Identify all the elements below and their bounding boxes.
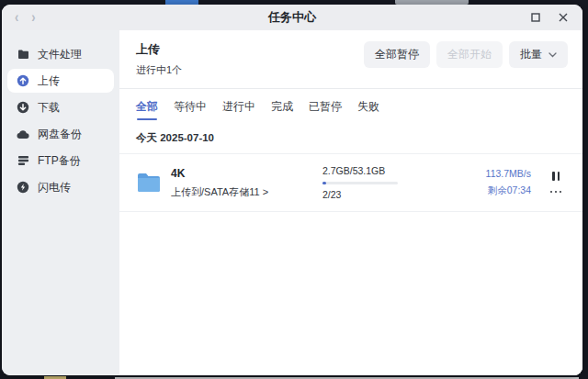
header-actions: 全部暂停 全部开始 批量 xyxy=(364,41,568,68)
ftp-backup-icon xyxy=(17,154,29,167)
task-list-empty-area xyxy=(119,212,582,375)
batch-button-label: 批量 xyxy=(520,47,542,62)
sidebar-item-ftp-backup[interactable]: FTP备份 xyxy=(7,149,114,173)
sidebar-item-label: 网盘备份 xyxy=(38,127,82,142)
back-icon[interactable]: ‹ xyxy=(15,5,18,33)
header-text: 上传 进行中1个 xyxy=(136,41,182,77)
more-options-icon[interactable] xyxy=(550,189,562,195)
pause-all-button[interactable]: 全部暂停 xyxy=(364,41,430,68)
upload-task-row[interactable]: 4K 上传到/SATA存储11 > 2.7GB/53.1GB 2/23 113.… xyxy=(119,154,582,212)
page-title: 上传 xyxy=(136,41,182,58)
task-controls xyxy=(544,171,568,195)
sidebar-item-label: 闪电传 xyxy=(38,180,71,195)
maximize-icon[interactable] xyxy=(529,11,542,24)
tab-all[interactable]: 全部 xyxy=(136,99,158,122)
window-controls xyxy=(529,11,582,24)
sidebar-item-upload[interactable]: 上传 xyxy=(7,69,114,93)
progress-bar-fill xyxy=(322,182,326,184)
tab-failed[interactable]: 失败 xyxy=(357,99,379,122)
files-icon xyxy=(17,48,29,61)
task-center-window: ‹ › 任务中心 文件处理 xyxy=(2,5,582,375)
download-icon xyxy=(17,101,29,114)
status-tabs: 全部 等待中 进行中 完成 已暂停 失败 xyxy=(119,89,582,122)
forward-icon[interactable]: › xyxy=(31,5,35,33)
cloud-backup-icon xyxy=(17,128,29,140)
sidebar: 文件处理 上传 下载 xyxy=(2,30,119,375)
folder-icon xyxy=(136,172,162,194)
main-content: 上传 进行中1个 全部暂停 全部开始 批量 全部 等待 xyxy=(119,30,582,375)
tab-waiting[interactable]: 等待中 xyxy=(174,99,207,122)
task-destination-link[interactable]: 上传到/SATA存储11 > xyxy=(171,185,322,199)
sidebar-item-lightning-transfer[interactable]: 闪电传 xyxy=(7,175,114,199)
tab-in-progress[interactable]: 进行中 xyxy=(222,99,255,122)
titlebar: ‹ › 任务中心 xyxy=(2,5,582,30)
main-header: 上传 进行中1个 全部暂停 全部开始 批量 xyxy=(119,30,582,77)
progress-bar xyxy=(322,182,398,184)
sidebar-item-label: 下载 xyxy=(38,100,60,116)
sidebar-item-label: 文件处理 xyxy=(38,47,82,62)
chevron-down-icon xyxy=(548,52,557,58)
sidebar-item-download[interactable]: 下载 xyxy=(7,95,114,119)
in-progress-count: 进行中1个 xyxy=(136,63,182,77)
upload-icon xyxy=(17,74,29,87)
sidebar-item-cloud-backup[interactable]: 网盘备份 xyxy=(7,122,114,146)
task-progress: 2.7GB/53.1GB 2/23 xyxy=(322,165,474,200)
task-name: 4K xyxy=(171,167,322,180)
size-progress: 2.7GB/53.1GB xyxy=(322,165,474,176)
nav-arrows: ‹ › xyxy=(2,5,36,30)
task-rate: 113.7MB/s 剩余07:34 xyxy=(474,166,544,199)
window-body: 文件处理 上传 下载 xyxy=(2,30,582,375)
tab-paused[interactable]: 已暂停 xyxy=(309,99,342,122)
batch-button[interactable]: 批量 xyxy=(509,41,568,68)
sidebar-item-label: FTP备份 xyxy=(38,153,81,169)
date-header: 今天 2025-07-10 xyxy=(119,122,582,145)
tab-complete[interactable]: 完成 xyxy=(271,99,293,122)
desktop-background: ‹ › 任务中心 文件处理 xyxy=(0,0,588,379)
window-title: 任务中心 xyxy=(2,5,582,30)
sidebar-item-label: 上传 xyxy=(38,73,60,89)
count-progress: 2/23 xyxy=(322,189,474,200)
task-info: 4K 上传到/SATA存储11 > xyxy=(171,167,322,199)
start-all-button[interactable]: 全部开始 xyxy=(436,41,503,68)
pause-task-icon[interactable] xyxy=(551,171,560,182)
lightning-transfer-icon xyxy=(17,181,29,194)
close-icon[interactable] xyxy=(557,11,570,24)
transfer-speed: 113.7MB/s xyxy=(474,166,531,183)
time-remaining: 剩余07:34 xyxy=(474,183,531,199)
sidebar-item-file-processing[interactable]: 文件处理 xyxy=(7,42,114,66)
